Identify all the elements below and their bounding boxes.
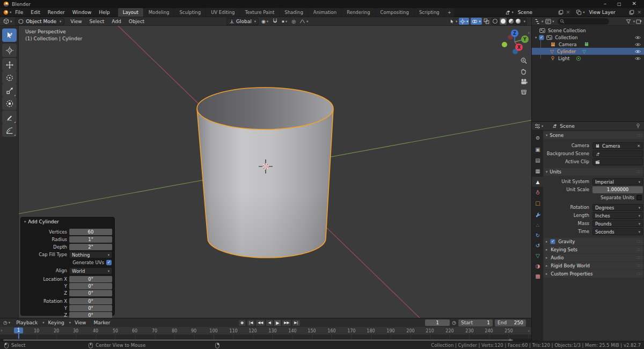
outliner-search-input[interactable]	[558, 18, 609, 25]
scene-icon[interactable]	[504, 10, 510, 15]
add-workspace-button[interactable]: +	[445, 8, 454, 17]
object-visibility-dropdown[interactable]: ▾	[449, 19, 457, 24]
play-button[interactable]: ▶	[274, 319, 281, 326]
radius-field[interactable]: 1"	[69, 236, 112, 243]
workspace-tab-sculpting[interactable]: Sculpting	[174, 8, 206, 17]
current-frame-field[interactable]: 1	[425, 319, 450, 326]
separate-units-checkbox[interactable]	[636, 195, 642, 200]
workspace-tab-rendering[interactable]: Rendering	[342, 8, 375, 17]
camera-view-button[interactable]	[520, 78, 528, 85]
record-button[interactable]: ●	[238, 319, 246, 326]
outliner-row-scene-collection[interactable]: Scene Collection	[532, 27, 644, 34]
add-view-layer-button[interactable]	[628, 9, 635, 16]
transform-orientation-dropdown[interactable]: Global ▾	[226, 18, 259, 25]
next-keyframe-button[interactable]: ▶▶	[282, 319, 291, 326]
disclosure-open-icon[interactable]: ▾	[535, 35, 537, 40]
menu-edit[interactable]: Edit	[27, 10, 43, 15]
perspective-toggle-button[interactable]	[520, 89, 528, 96]
prev-keyframe-button[interactable]: ◀◀	[255, 319, 265, 326]
editor-type-properties-icon[interactable]	[535, 123, 540, 129]
outliner-display-mode-icon[interactable]	[545, 19, 551, 24]
menu-playback[interactable]: Playback	[12, 320, 41, 325]
zoom-button[interactable]	[520, 57, 528, 64]
menu-marker[interactable]: Marker	[90, 320, 114, 325]
pivot-point-dropdown[interactable]: ◉▾	[260, 19, 270, 24]
generate-uvs-checkbox[interactable]: ✓	[106, 260, 112, 265]
outliner-row-light[interactable]: Light	[532, 55, 644, 62]
workspace-tab-compositing[interactable]: Compositing	[376, 8, 414, 17]
drag-dots-icon[interactable]: ∷∷	[637, 170, 641, 174]
panel-scene-header[interactable]: ▾ Scene ∷∷	[544, 132, 643, 139]
workspace-tab-uv-editing[interactable]: UV Editing	[206, 8, 239, 17]
menu-view[interactable]: View	[67, 19, 85, 24]
new-collection-button[interactable]	[636, 19, 642, 24]
gizmo-neg-y[interactable]	[502, 42, 507, 47]
location-x-field[interactable]: 0"	[69, 276, 112, 282]
hide-eye-icon[interactable]	[635, 56, 641, 61]
close-button[interactable]: ✕	[632, 1, 636, 8]
unit-scale-field[interactable]: 1.000000	[592, 186, 643, 193]
workspace-tab-modeling[interactable]: Modeling	[144, 8, 174, 17]
panel-audio-header[interactable]: ▸ Audio ∷∷	[544, 254, 643, 261]
navigation-gizmo[interactable]: Z Y X	[498, 27, 531, 60]
tab-view-layer[interactable]: ▦	[532, 166, 544, 176]
jump-to-end-button[interactable]: ▶|	[292, 319, 300, 326]
rotation-y-field[interactable]: 0°	[69, 305, 112, 311]
operator-panel-title[interactable]: Add Cylinder	[28, 219, 59, 224]
sidebar-toggle-arrow[interactable]: ‹	[528, 30, 530, 35]
menu-help[interactable]: Help	[95, 10, 114, 15]
drag-dots-icon[interactable]: ∷∷	[637, 256, 641, 260]
shading-rendered-button[interactable]	[516, 19, 521, 24]
panel-rigid-body-header[interactable]: ▸ Rigid Body World ∷∷	[544, 262, 643, 270]
shading-material-button[interactable]	[509, 19, 514, 24]
mass-dropdown[interactable]: Pounds▾	[592, 220, 643, 227]
tab-physics[interactable]: ↻	[532, 230, 544, 241]
workspace-tab-layout[interactable]: Layout	[118, 8, 143, 17]
clear-icon[interactable]: ✕	[637, 144, 640, 148]
snap-with-dropdown[interactable]: ▪▾	[280, 19, 289, 24]
menu-view-timeline[interactable]: View	[71, 320, 90, 325]
shading-wireframe-button[interactable]	[493, 19, 497, 24]
tab-tool[interactable]: ⚙	[532, 133, 544, 143]
camera-field[interactable]: Camera ✕	[592, 142, 643, 149]
tab-particles[interactable]: ∴	[532, 220, 544, 230]
workspace-tab-animation[interactable]: Animation	[309, 8, 341, 17]
location-z-field[interactable]: 0"	[69, 290, 112, 296]
tool-transform[interactable]	[2, 97, 17, 110]
tool-select-box[interactable]	[2, 28, 17, 42]
drag-dots-icon[interactable]: ∷∷	[637, 264, 641, 268]
remove-view-layer-button[interactable]: ✕	[635, 9, 643, 16]
timeline-track[interactable]	[0, 335, 531, 339]
workspace-tab-shading[interactable]: Shading	[280, 8, 308, 17]
filter-icon[interactable]	[626, 19, 631, 24]
tool-measure[interactable]	[2, 123, 17, 137]
outliner-row-camera[interactable]: Camera	[532, 41, 644, 48]
use-preview-range-icon[interactable]: ◷	[452, 320, 456, 325]
workspace-tab-texture-paint[interactable]: Texture Paint	[240, 8, 279, 17]
disclosure-open-icon[interactable]: ▾	[24, 220, 26, 224]
rotation-x-field[interactable]: 0°	[69, 298, 112, 304]
collection-checkbox[interactable]: ✓	[539, 35, 544, 40]
cap-fill-dropdown[interactable]: Nothing▾	[69, 251, 112, 258]
pan-hand-button[interactable]	[520, 68, 528, 75]
editor-type-viewport-icon[interactable]	[3, 18, 9, 24]
start-frame-field[interactable]: Start 1	[458, 319, 493, 326]
vertices-field[interactable]: 60	[69, 229, 112, 235]
viewport-3d[interactable]: User Perspective (1) Collection | Cylind…	[19, 26, 531, 318]
outliner-row-cylinder-selected[interactable]: ▽ Cylinder ▽	[532, 48, 644, 55]
menu-file[interactable]: File	[11, 10, 27, 15]
panel-keying-sets-header[interactable]: ▸ Keying Sets ∷∷	[544, 246, 643, 253]
shading-solid-button[interactable]	[500, 18, 507, 25]
panel-gravity-header[interactable]: ▸ ✓ Gravity ∷∷	[544, 238, 643, 245]
menu-add[interactable]: Add	[108, 19, 125, 24]
panel-units-header[interactable]: ▾ Units ∷∷	[544, 168, 643, 176]
menu-window[interactable]: Window	[69, 10, 96, 15]
menu-select[interactable]: Select	[86, 19, 108, 24]
tab-material[interactable]: ◑	[532, 261, 544, 271]
editor-type-outliner-icon[interactable]	[535, 19, 540, 24]
tab-constraints[interactable]: ↺	[532, 241, 544, 251]
proportional-editing-icon[interactable]: ◎	[290, 19, 297, 24]
tab-object[interactable]: □	[532, 198, 544, 208]
panel-custom-properties-header[interactable]: ▸ Custom Properties ∷∷	[544, 270, 643, 278]
view-layer-field[interactable]: View Layer	[586, 9, 628, 16]
